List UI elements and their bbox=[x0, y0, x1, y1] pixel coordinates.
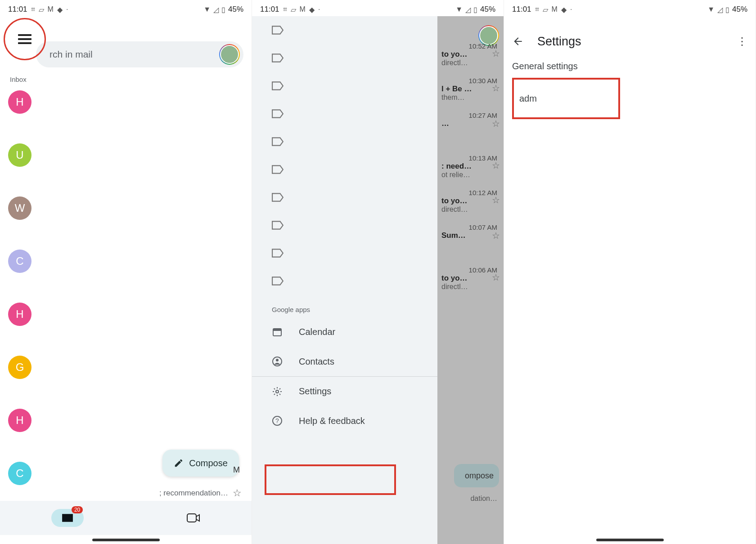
search-placeholder: rch in mail bbox=[50, 49, 93, 60]
back-arrow-icon[interactable] bbox=[512, 36, 524, 47]
meet-tab[interactable] bbox=[187, 513, 200, 523]
sender-avatar[interactable]: C bbox=[8, 250, 32, 273]
home-indicator bbox=[596, 539, 664, 541]
label-icon bbox=[272, 165, 284, 174]
gmail-icon: M bbox=[300, 5, 306, 13]
settings-highlight bbox=[265, 464, 396, 495]
sender-avatar[interactable]: H bbox=[8, 409, 32, 432]
mail-tab[interactable]: 20 bbox=[51, 509, 84, 527]
email-list: H U W C H G H C bbox=[0, 83, 252, 489]
status-time: 11:01 bbox=[8, 5, 27, 14]
kebab-icon[interactable]: ⋮ bbox=[737, 35, 747, 48]
more-icon: · bbox=[66, 5, 68, 13]
contacts-icon bbox=[272, 356, 283, 367]
battery-percent: 45% bbox=[480, 5, 495, 14]
battery-percent: 45% bbox=[732, 5, 747, 14]
location-icon: ◆ bbox=[57, 5, 63, 14]
general-settings-item[interactable]: General settings bbox=[512, 61, 747, 71]
label-icon bbox=[272, 249, 284, 258]
account-settings-highlight[interactable]: adm bbox=[512, 78, 620, 119]
settings-header: Settings ⋮ bbox=[504, 25, 756, 58]
drawer-label-item[interactable] bbox=[252, 239, 437, 267]
contacts-label: Contacts bbox=[299, 357, 334, 367]
unread-badge: 20 bbox=[72, 506, 83, 513]
label-icon bbox=[272, 193, 284, 202]
label-icon bbox=[272, 81, 284, 90]
status-bar: 11:01 ⌗ ▱ M ◆ · ▼ ◿ ▯ 45% bbox=[504, 0, 756, 16]
truncated-m: M bbox=[233, 465, 240, 475]
wifi-icon: ▼ bbox=[455, 5, 463, 13]
location-icon: ◆ bbox=[309, 5, 315, 14]
help-label: Help & feedback bbox=[299, 416, 365, 426]
signal-icon: ◿ bbox=[717, 5, 723, 14]
label-icon bbox=[272, 137, 284, 146]
status-bar: 11:01 ⌗ ▱ M ◆ · ▼ ◿ ▯ 45% bbox=[0, 0, 252, 16]
sender-avatar[interactable]: H bbox=[8, 90, 32, 114]
star-icon: ☆ bbox=[441, 118, 500, 129]
scrim-overlay[interactable]: 10:52 AMto yo…directl…☆ 10:30 AMl + Be …… bbox=[437, 16, 504, 544]
svg-point-5 bbox=[276, 390, 279, 393]
flag-icon: ▱ bbox=[543, 5, 548, 14]
gmail-icon: M bbox=[552, 5, 558, 13]
settings-title: Settings bbox=[537, 35, 737, 49]
background-emails: 10:52 AMto yo…directl…☆ 10:30 AMl + Be …… bbox=[441, 42, 500, 298]
battery-percent: 45% bbox=[228, 5, 243, 14]
compose-button[interactable]: Compose bbox=[162, 450, 239, 477]
profile-avatar[interactable] bbox=[219, 44, 240, 65]
label-icon bbox=[272, 276, 284, 285]
settings-label: Settings bbox=[299, 386, 331, 397]
drawer-label-item[interactable] bbox=[252, 72, 437, 100]
drawer-label-item[interactable] bbox=[252, 183, 437, 211]
signal-icon: ◿ bbox=[465, 5, 471, 14]
drawer-label-item[interactable] bbox=[252, 44, 437, 72]
label-icon bbox=[272, 221, 284, 230]
drawer-label-item[interactable] bbox=[252, 100, 437, 128]
sender-avatar[interactable]: U bbox=[8, 143, 32, 167]
svg-rect-0 bbox=[187, 514, 196, 522]
star-icon[interactable]: ☆ bbox=[233, 487, 242, 499]
drawer-label-item[interactable] bbox=[252, 128, 437, 156]
pencil-icon bbox=[174, 458, 184, 468]
sender-avatar[interactable]: H bbox=[8, 303, 32, 326]
signal-icon: ◿ bbox=[213, 5, 219, 14]
sender-avatar[interactable]: G bbox=[8, 356, 32, 379]
drawer-label-item[interactable] bbox=[252, 156, 437, 183]
wifi-icon: ▼ bbox=[707, 5, 715, 13]
hamburger-icon[interactable] bbox=[18, 34, 32, 44]
battery-icon: ▯ bbox=[221, 5, 225, 14]
drawer-label-item[interactable] bbox=[252, 267, 437, 295]
location-icon: ◆ bbox=[561, 5, 567, 14]
status-time: 11:01 bbox=[512, 5, 531, 14]
label-icon bbox=[272, 26, 284, 35]
gmail-icon: M bbox=[48, 5, 54, 13]
wifi-icon: ▼ bbox=[203, 5, 211, 13]
svg-rect-2 bbox=[273, 329, 281, 331]
drawer-settings[interactable]: Settings bbox=[252, 376, 437, 406]
slack-icon: ⌗ bbox=[283, 5, 287, 13]
drawer-calendar[interactable]: Calendar bbox=[252, 317, 437, 347]
search-bar[interactable]: rch in mail bbox=[36, 41, 243, 67]
recommend-text-row: ; recommendation… ☆ bbox=[159, 487, 242, 499]
drawer-contacts[interactable]: Contacts bbox=[252, 347, 437, 376]
more-icon: · bbox=[318, 5, 320, 13]
gear-icon bbox=[272, 386, 283, 397]
more-icon: · bbox=[570, 5, 572, 13]
sender-avatar[interactable]: C bbox=[8, 462, 32, 485]
drawer-help[interactable]: ? Help & feedback bbox=[252, 406, 437, 436]
slack-icon: ⌗ bbox=[31, 5, 35, 13]
panel-settings: 11:01 ⌗ ▱ M ◆ · ▼ ◿ ▯ 45% Settings ⋮ Gen… bbox=[504, 0, 756, 544]
sender-avatar[interactable]: W bbox=[8, 196, 32, 220]
bottom-nav: 20 bbox=[0, 501, 252, 535]
drawer-label-item[interactable] bbox=[252, 211, 437, 239]
label-icon bbox=[272, 109, 284, 118]
flag-icon: ▱ bbox=[291, 5, 296, 14]
settings-body: General settings adm bbox=[504, 58, 756, 119]
account-email: adm bbox=[519, 94, 537, 104]
calendar-icon bbox=[272, 326, 283, 337]
help-icon: ? bbox=[272, 415, 283, 426]
svg-text:?: ? bbox=[275, 417, 279, 424]
label-icon bbox=[272, 54, 284, 62]
mail-icon bbox=[62, 513, 73, 522]
panel-inbox: 11:01 ⌗ ▱ M ◆ · ▼ ◿ ▯ 45% rch in mail In… bbox=[0, 0, 252, 544]
drawer-label-item[interactable] bbox=[252, 16, 437, 44]
